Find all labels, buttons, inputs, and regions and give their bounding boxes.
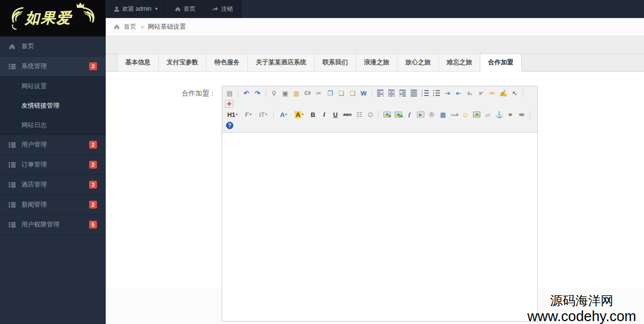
tab-romantic-trip[interactable]: 浪漫之旅	[356, 54, 398, 72]
th-list-icon	[9, 63, 21, 69]
form-divider	[115, 78, 639, 79]
sidebar-subitem-site-settings[interactable]: 网站设置	[0, 76, 106, 96]
emoticon-icon[interactable]: ☺	[461, 110, 470, 119]
topbar-home-link[interactable]: 首页	[167, 0, 204, 18]
unlink-icon[interactable]: ⚮	[517, 110, 526, 119]
badge: 5	[89, 221, 97, 229]
align-center-icon[interactable]	[387, 89, 396, 97]
subscript-icon[interactable]: x₂	[465, 89, 474, 97]
format-brush-icon[interactable]: ✏	[488, 89, 497, 97]
font-size-select-icon[interactable]: tT▾	[256, 110, 270, 119]
paste-as-text-icon[interactable]: ❑	[348, 89, 357, 97]
tab-memorable-trip[interactable]: 难忘之旅	[438, 54, 480, 72]
home-icon	[175, 6, 181, 12]
highlight-color-icon[interactable]: A▾	[292, 110, 306, 119]
remove-format-icon[interactable]: ∅	[366, 110, 375, 119]
align-right-icon[interactable]	[398, 89, 407, 97]
sidebar-item-system-mgmt[interactable]: 系统管理 3	[0, 57, 106, 76]
paste-icon[interactable]: ❏	[337, 89, 346, 97]
outdent-icon[interactable]: ⇤	[454, 89, 463, 97]
tab-cooperation[interactable]: 合作加盟	[480, 54, 522, 72]
home-icon	[114, 24, 120, 30]
preview-icon[interactable]: ⚲	[269, 89, 279, 97]
indent-icon[interactable]: ⇥	[443, 89, 452, 97]
bold-icon[interactable]: B	[308, 110, 318, 119]
multi-image-icon[interactable]	[394, 110, 403, 119]
strikethrough-icon[interactable]: ABC	[342, 110, 353, 119]
tab-featured-services[interactable]: 特色服务	[206, 54, 248, 72]
align-justify-icon[interactable]	[409, 89, 418, 97]
line-height-icon[interactable]: ☷	[355, 110, 364, 119]
sidebar-item-order-mgmt[interactable]: 订单管理 2	[0, 155, 106, 175]
quick-format-icon[interactable]: ✍	[499, 89, 508, 97]
sidebar-item-permission-mgmt[interactable]: 用户权限管理 5	[0, 215, 106, 235]
font-family-select-icon[interactable]: F▾	[242, 110, 254, 119]
print-icon[interactable]: ▣	[281, 89, 290, 97]
undo-icon[interactable]: ↶	[242, 89, 251, 97]
help-icon[interactable]: ?	[225, 121, 234, 130]
logo-text: 如果爱	[25, 8, 72, 28]
sidebar-item-label: 首页	[21, 42, 34, 51]
paste-from-word-icon[interactable]: W	[359, 89, 368, 97]
sidebar-item-hotel-mgmt[interactable]: 酒店管理 3	[0, 175, 106, 195]
heading-select-icon[interactable]: H1▾	[225, 110, 240, 119]
tab-basic-info[interactable]: 基本信息	[117, 54, 159, 72]
badge: 2	[89, 201, 97, 209]
sidebar-subitem-friend-links[interactable]: 友情链接管理	[0, 96, 106, 115]
select-all-icon[interactable]: ▥	[292, 89, 301, 97]
copy-icon[interactable]: ❐	[325, 89, 335, 97]
horizontal-rule-icon[interactable]	[450, 110, 459, 119]
page-break-icon[interactable]: ▱	[483, 110, 492, 119]
user-menu[interactable]: 欢迎 admin ▼	[106, 0, 167, 18]
tab-panel: 合作加盟： ▤ ↶ ↷ ⚲ ▣ ▥ C#	[106, 72, 644, 288]
badge: 2	[89, 141, 97, 149]
tab-about-hotel-system[interactable]: 关于某某酒店系统	[247, 54, 315, 72]
table-icon[interactable]: ▦	[438, 110, 448, 119]
sidebar-item-label: 酒店管理	[21, 180, 47, 189]
toolbar-separator	[523, 90, 523, 97]
sidebar-item-home[interactable]: 首页	[0, 37, 106, 57]
superscript-icon[interactable]: x²	[476, 89, 486, 97]
attachment-icon[interactable]: ✇	[427, 110, 436, 119]
topbar-nav: 欢迎 admin ▼ 首页 注销	[106, 0, 241, 18]
toolbar-separator	[273, 111, 274, 118]
underline-icon[interactable]: U	[331, 110, 340, 119]
select-pointer-icon[interactable]: ↖	[510, 89, 519, 97]
fullscreen-icon[interactable]: ✥	[225, 100, 233, 108]
logo[interactable]: 如果爱	[0, 0, 106, 37]
editor-body[interactable]	[222, 133, 537, 321]
tab-contact-us[interactable]: 联系我们	[314, 54, 356, 72]
logo-right-wing-icon	[81, 6, 97, 31]
sidebar-item-user-mgmt[interactable]: 用户管理 2	[0, 135, 106, 155]
sidebar-item-label: 订单管理	[21, 160, 47, 169]
form-row: 合作加盟： ▤ ↶ ↷ ⚲ ▣ ▥ C#	[106, 72, 644, 322]
badge: 2	[89, 161, 97, 169]
redo-icon[interactable]: ↷	[253, 89, 262, 97]
flash-icon[interactable]: ƒ	[405, 110, 414, 119]
insert-image-icon[interactable]	[382, 110, 392, 119]
sidebar-item-label: 用户权限管理	[21, 220, 59, 229]
italic-icon[interactable]: I	[320, 110, 329, 119]
anchor-icon[interactable]: ⚓	[494, 110, 504, 119]
sidebar-item-news-mgmt[interactable]: 新闻管理 2	[0, 195, 106, 215]
badge: 3	[89, 181, 97, 189]
tab-reassuring-trip[interactable]: 放心之旅	[397, 54, 439, 72]
ordered-list-icon[interactable]	[420, 89, 430, 97]
text-color-icon[interactable]: A▾	[277, 110, 290, 119]
watermark-url: www.codehy.com	[528, 308, 637, 324]
breadcrumb-home[interactable]: 首页	[124, 22, 136, 31]
logout-link[interactable]: 注销	[204, 0, 241, 18]
align-left-icon[interactable]	[376, 89, 385, 97]
sidebar-subitem-site-logs[interactable]: 网站日志	[0, 115, 106, 135]
link-icon[interactable]: ⚭	[506, 110, 515, 119]
badge: 3	[89, 62, 97, 70]
tabstrip: 基本信息 支付宝参数 特色服务 关于某某酒店系统 联系我们 浪漫之旅 放心之旅 …	[106, 54, 644, 72]
view-source-icon[interactable]: ▤	[225, 89, 234, 97]
tab-alipay-params[interactable]: 支付宝参数	[158, 54, 207, 72]
clean-code-icon[interactable]: C#	[303, 89, 312, 97]
unordered-list-icon[interactable]	[432, 89, 441, 97]
media-icon[interactable]: ▶	[416, 110, 425, 119]
breadcrumb-separator-icon: >	[140, 23, 144, 31]
album-image-icon[interactable]	[472, 110, 481, 119]
cut-icon[interactable]: ✂	[314, 89, 323, 97]
